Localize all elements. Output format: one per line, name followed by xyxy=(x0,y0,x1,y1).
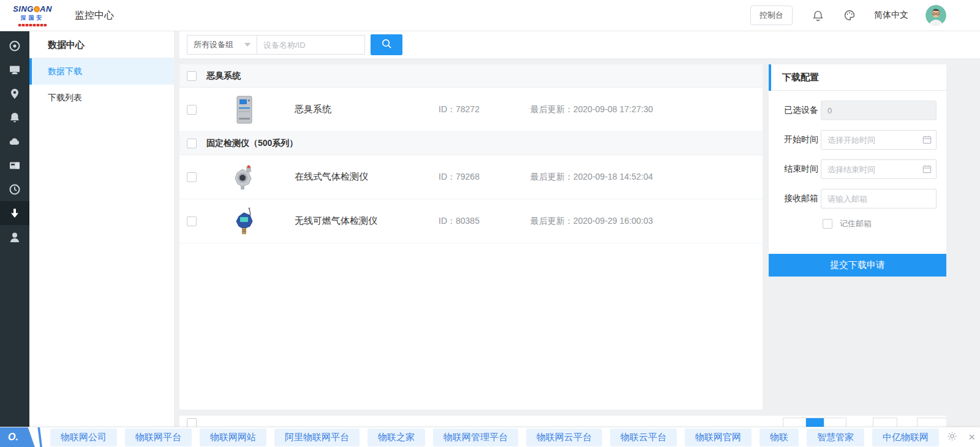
user-icon[interactable] xyxy=(0,225,29,249)
footer-links: 物联网公司物联网平台物联网网站阿里物联网平台物联之家物联网管理平台物联网云平台物… xyxy=(50,429,947,446)
target-icon[interactable] xyxy=(0,34,29,58)
bottom-section xyxy=(179,416,946,427)
sidebar-section-title: 数据中心 xyxy=(29,31,174,58)
device-updated: 最后更新：2020-09-29 16:00:03 xyxy=(530,216,653,227)
search-bar: 所有设备组 xyxy=(179,31,980,58)
footer-link[interactable]: 物联网管理平台 xyxy=(433,429,518,446)
start-time-field[interactable] xyxy=(821,130,937,150)
download-icon[interactable] xyxy=(0,201,29,225)
odor-cabinet-image xyxy=(231,96,258,124)
notification-bell-icon[interactable] xyxy=(812,10,824,21)
theme-palette-icon[interactable] xyxy=(843,9,856,21)
monitor-icon[interactable] xyxy=(0,58,29,82)
device-row: 无线可燃气体检测仪ID：80385最后更新：2020-09-29 16:00:0… xyxy=(179,199,763,243)
search-button[interactable] xyxy=(371,34,402,55)
device-updated: 最后更新：2020-09-18 14:52:04 xyxy=(530,172,653,183)
gas-detector-image xyxy=(231,165,258,189)
logo-tagline xyxy=(18,24,47,26)
footer-logo-text: O. xyxy=(0,432,18,443)
rail xyxy=(0,31,29,427)
calendar-icon[interactable] xyxy=(922,164,932,176)
device-row: 恶臭系统ID：78272最后更新：2020-09-08 17:27:30 xyxy=(179,88,763,132)
checkbox[interactable] xyxy=(187,418,197,427)
wireless-detector-image xyxy=(231,207,258,235)
device-name: 在线式气体检测仪 xyxy=(295,171,439,183)
end-time-label: 结束时间 xyxy=(784,164,821,175)
end-time-field[interactable] xyxy=(821,159,937,179)
clock-icon[interactable] xyxy=(0,177,29,201)
footer-link[interactable]: 智慧管家 xyxy=(807,429,864,446)
device-id: ID：80385 xyxy=(439,216,530,227)
footer-link[interactable]: 物联网网站 xyxy=(200,429,266,446)
footer-link[interactable]: 物联网平台 xyxy=(125,429,192,446)
app-logo: SINGAN 深国安 xyxy=(11,5,54,26)
close-icon[interactable]: × xyxy=(968,432,975,442)
sidebar-item-data-download[interactable]: 数据下载 xyxy=(29,58,174,85)
config-panel-title: 下载配置 xyxy=(782,72,819,83)
device-group-select-value: 所有设备组 xyxy=(194,39,233,50)
card-icon[interactable] xyxy=(0,153,29,177)
pagination[interactable] xyxy=(783,418,846,427)
footer-logo: O. xyxy=(0,427,43,447)
settings-gear-icon[interactable] xyxy=(947,431,957,444)
device-id: ID：78272 xyxy=(439,104,530,115)
footer-bar: O. 物联网公司物联网平台物联网网站阿里物联网平台物联之家物联网管理平台物联网云… xyxy=(0,427,980,447)
pagination-active-page[interactable] xyxy=(806,418,824,427)
footer-link[interactable]: 物联网云平台 xyxy=(526,429,602,446)
footer-link[interactable]: 阿里物联网平台 xyxy=(274,429,360,446)
console-button[interactable]: 控制台 xyxy=(750,6,793,25)
language-selector[interactable]: 简体中文 xyxy=(874,10,908,21)
panel-accent-bar xyxy=(769,64,771,91)
footer-link[interactable]: 物联之家 xyxy=(368,429,425,446)
selected-devices-label: 已选设备 xyxy=(784,105,821,116)
search-input[interactable] xyxy=(257,35,365,55)
group-checkbox[interactable] xyxy=(187,71,197,81)
user-avatar[interactable] xyxy=(925,5,946,26)
location-icon[interactable] xyxy=(0,82,29,105)
bell-icon[interactable] xyxy=(0,105,29,129)
page-size-box[interactable] xyxy=(873,418,897,427)
group-name: 恶臭系统 xyxy=(206,71,241,82)
device-updated: 最后更新：2020-09-08 17:27:30 xyxy=(530,104,653,115)
email-label: 接收邮箱 xyxy=(784,193,821,204)
submit-download-button[interactable]: 提交下载申请 xyxy=(769,254,946,277)
start-time-label: 开始时间 xyxy=(784,134,821,145)
device-list: 恶臭系统恶臭系统ID：78272最后更新：2020-09-08 17:27:30… xyxy=(179,64,763,410)
sidebar: 数据中心 数据下载 下载列表 xyxy=(29,31,174,427)
group-header: 固定检测仪（500系列） xyxy=(179,132,763,155)
sun-icon xyxy=(34,6,40,12)
device-name: 无线可燃气体检测仪 xyxy=(295,215,439,227)
footer-link[interactable]: 中亿物联网 xyxy=(872,429,939,446)
brand-logo: SINGAN xyxy=(13,5,52,13)
device-group-select[interactable]: 所有设备组 xyxy=(187,35,257,55)
group-name: 固定检测仪（500系列） xyxy=(206,138,298,149)
cloud-icon[interactable] xyxy=(0,129,29,153)
sidebar-item-download-list[interactable]: 下载列表 xyxy=(29,85,174,111)
device-checkbox[interactable] xyxy=(187,216,197,226)
top-header: SINGAN 深国安 监控中心 控制台 简体中文 xyxy=(0,0,980,31)
footer-link[interactable]: 物联云平台 xyxy=(610,429,677,446)
brand-logo-cn: 深国安 xyxy=(21,14,45,22)
remember-email-checkbox[interactable] xyxy=(823,219,832,229)
selected-devices-field xyxy=(821,101,937,120)
footer-link[interactable]: 物联 xyxy=(760,429,799,446)
page-title: 监控中心 xyxy=(75,9,114,22)
page-jump-box[interactable] xyxy=(917,418,946,427)
chevron-down-icon xyxy=(244,43,251,47)
email-field[interactable] xyxy=(821,189,937,208)
footer-link[interactable]: 物联网官网 xyxy=(685,429,752,446)
device-checkbox[interactable] xyxy=(187,172,197,182)
device-row: 在线式气体检测仪ID：79268最后更新：2020-09-18 14:52:04 xyxy=(179,155,763,199)
device-name: 恶臭系统 xyxy=(295,104,439,115)
device-id: ID：79268 xyxy=(439,172,530,183)
group-checkbox[interactable] xyxy=(187,139,197,148)
remember-email-label: 记住邮箱 xyxy=(840,218,872,229)
group-header: 恶臭系统 xyxy=(179,64,763,88)
calendar-icon[interactable] xyxy=(922,135,932,147)
footer-link[interactable]: 物联网公司 xyxy=(50,429,117,446)
search-icon xyxy=(381,38,393,52)
download-config-panel: 下载配置 已选设备 开始时间 结束时间 xyxy=(769,64,946,277)
device-checkbox[interactable] xyxy=(187,105,197,115)
